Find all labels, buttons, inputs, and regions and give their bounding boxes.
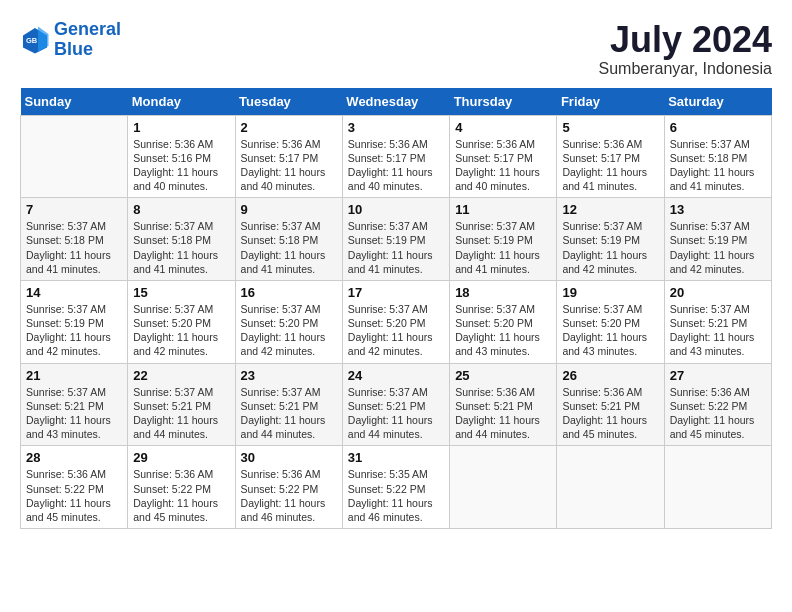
day-info: Sunrise: 5:36 AMSunset: 5:22 PMDaylight:… (26, 467, 122, 524)
day-number: 3 (348, 120, 444, 135)
day-number: 12 (562, 202, 658, 217)
calendar-cell: 6Sunrise: 5:37 AMSunset: 5:18 PMDaylight… (664, 115, 771, 198)
calendar-cell: 12Sunrise: 5:37 AMSunset: 5:19 PMDayligh… (557, 198, 664, 281)
calendar-cell: 10Sunrise: 5:37 AMSunset: 5:19 PMDayligh… (342, 198, 449, 281)
calendar-cell: 4Sunrise: 5:36 AMSunset: 5:17 PMDaylight… (450, 115, 557, 198)
calendar-cell: 19Sunrise: 5:37 AMSunset: 5:20 PMDayligh… (557, 280, 664, 363)
day-number: 5 (562, 120, 658, 135)
calendar-cell (664, 446, 771, 529)
weekday-header: Wednesday (342, 88, 449, 116)
day-info: Sunrise: 5:37 AMSunset: 5:20 PMDaylight:… (133, 302, 229, 359)
day-info: Sunrise: 5:37 AMSunset: 5:20 PMDaylight:… (241, 302, 337, 359)
day-number: 18 (455, 285, 551, 300)
day-info: Sunrise: 5:37 AMSunset: 5:19 PMDaylight:… (670, 219, 766, 276)
logo-text: General Blue (54, 20, 121, 60)
day-number: 25 (455, 368, 551, 383)
svg-text:GB: GB (26, 36, 38, 45)
day-info: Sunrise: 5:37 AMSunset: 5:21 PMDaylight:… (241, 385, 337, 442)
day-info: Sunrise: 5:36 AMSunset: 5:22 PMDaylight:… (241, 467, 337, 524)
calendar-week-row: 28Sunrise: 5:36 AMSunset: 5:22 PMDayligh… (21, 446, 772, 529)
day-info: Sunrise: 5:37 AMSunset: 5:19 PMDaylight:… (348, 219, 444, 276)
calendar-cell: 30Sunrise: 5:36 AMSunset: 5:22 PMDayligh… (235, 446, 342, 529)
calendar-cell: 17Sunrise: 5:37 AMSunset: 5:20 PMDayligh… (342, 280, 449, 363)
day-number: 23 (241, 368, 337, 383)
day-number: 2 (241, 120, 337, 135)
day-info: Sunrise: 5:36 AMSunset: 5:21 PMDaylight:… (562, 385, 658, 442)
calendar-cell: 7Sunrise: 5:37 AMSunset: 5:18 PMDaylight… (21, 198, 128, 281)
day-info: Sunrise: 5:37 AMSunset: 5:19 PMDaylight:… (26, 302, 122, 359)
weekday-header: Thursday (450, 88, 557, 116)
day-number: 29 (133, 450, 229, 465)
calendar-table: SundayMondayTuesdayWednesdayThursdayFrid… (20, 88, 772, 529)
day-number: 8 (133, 202, 229, 217)
calendar-week-row: 7Sunrise: 5:37 AMSunset: 5:18 PMDaylight… (21, 198, 772, 281)
day-info: Sunrise: 5:37 AMSunset: 5:19 PMDaylight:… (562, 219, 658, 276)
calendar-cell: 16Sunrise: 5:37 AMSunset: 5:20 PMDayligh… (235, 280, 342, 363)
day-info: Sunrise: 5:37 AMSunset: 5:18 PMDaylight:… (26, 219, 122, 276)
calendar-cell (450, 446, 557, 529)
calendar-cell: 15Sunrise: 5:37 AMSunset: 5:20 PMDayligh… (128, 280, 235, 363)
day-number: 10 (348, 202, 444, 217)
calendar-cell: 5Sunrise: 5:36 AMSunset: 5:17 PMDaylight… (557, 115, 664, 198)
calendar-cell (557, 446, 664, 529)
day-info: Sunrise: 5:36 AMSunset: 5:16 PMDaylight:… (133, 137, 229, 194)
day-number: 20 (670, 285, 766, 300)
weekday-header: Tuesday (235, 88, 342, 116)
calendar-cell: 11Sunrise: 5:37 AMSunset: 5:19 PMDayligh… (450, 198, 557, 281)
calendar-cell: 26Sunrise: 5:36 AMSunset: 5:21 PMDayligh… (557, 363, 664, 446)
day-number: 11 (455, 202, 551, 217)
day-info: Sunrise: 5:37 AMSunset: 5:18 PMDaylight:… (133, 219, 229, 276)
weekday-header: Monday (128, 88, 235, 116)
calendar-cell: 8Sunrise: 5:37 AMSunset: 5:18 PMDaylight… (128, 198, 235, 281)
calendar-cell: 3Sunrise: 5:36 AMSunset: 5:17 PMDaylight… (342, 115, 449, 198)
day-info: Sunrise: 5:36 AMSunset: 5:17 PMDaylight:… (455, 137, 551, 194)
weekday-row: SundayMondayTuesdayWednesdayThursdayFrid… (21, 88, 772, 116)
weekday-header: Saturday (664, 88, 771, 116)
day-info: Sunrise: 5:36 AMSunset: 5:22 PMDaylight:… (133, 467, 229, 524)
calendar-body: 1Sunrise: 5:36 AMSunset: 5:16 PMDaylight… (21, 115, 772, 528)
calendar-cell: 21Sunrise: 5:37 AMSunset: 5:21 PMDayligh… (21, 363, 128, 446)
day-info: Sunrise: 5:37 AMSunset: 5:20 PMDaylight:… (348, 302, 444, 359)
day-info: Sunrise: 5:36 AMSunset: 5:21 PMDaylight:… (455, 385, 551, 442)
day-number: 22 (133, 368, 229, 383)
day-number: 17 (348, 285, 444, 300)
calendar-week-row: 1Sunrise: 5:36 AMSunset: 5:16 PMDaylight… (21, 115, 772, 198)
calendar-header: SundayMondayTuesdayWednesdayThursdayFrid… (21, 88, 772, 116)
calendar-cell: 23Sunrise: 5:37 AMSunset: 5:21 PMDayligh… (235, 363, 342, 446)
day-number: 4 (455, 120, 551, 135)
day-number: 28 (26, 450, 122, 465)
day-number: 9 (241, 202, 337, 217)
location-subtitle: Sumberanyar, Indonesia (599, 60, 772, 78)
calendar-cell: 2Sunrise: 5:36 AMSunset: 5:17 PMDaylight… (235, 115, 342, 198)
day-info: Sunrise: 5:36 AMSunset: 5:22 PMDaylight:… (670, 385, 766, 442)
day-number: 19 (562, 285, 658, 300)
calendar-cell: 9Sunrise: 5:37 AMSunset: 5:18 PMDaylight… (235, 198, 342, 281)
day-number: 16 (241, 285, 337, 300)
logo: GB General Blue (20, 20, 121, 60)
calendar-cell: 29Sunrise: 5:36 AMSunset: 5:22 PMDayligh… (128, 446, 235, 529)
calendar-cell: 27Sunrise: 5:36 AMSunset: 5:22 PMDayligh… (664, 363, 771, 446)
day-info: Sunrise: 5:35 AMSunset: 5:22 PMDaylight:… (348, 467, 444, 524)
day-info: Sunrise: 5:37 AMSunset: 5:21 PMDaylight:… (133, 385, 229, 442)
calendar-cell: 18Sunrise: 5:37 AMSunset: 5:20 PMDayligh… (450, 280, 557, 363)
day-info: Sunrise: 5:37 AMSunset: 5:20 PMDaylight:… (455, 302, 551, 359)
day-info: Sunrise: 5:37 AMSunset: 5:18 PMDaylight:… (670, 137, 766, 194)
day-number: 27 (670, 368, 766, 383)
day-number: 13 (670, 202, 766, 217)
calendar-cell: 25Sunrise: 5:36 AMSunset: 5:21 PMDayligh… (450, 363, 557, 446)
day-number: 24 (348, 368, 444, 383)
day-info: Sunrise: 5:37 AMSunset: 5:20 PMDaylight:… (562, 302, 658, 359)
day-number: 7 (26, 202, 122, 217)
day-number: 15 (133, 285, 229, 300)
calendar-cell: 24Sunrise: 5:37 AMSunset: 5:21 PMDayligh… (342, 363, 449, 446)
svg-marker-1 (38, 26, 49, 52)
calendar-week-row: 21Sunrise: 5:37 AMSunset: 5:21 PMDayligh… (21, 363, 772, 446)
day-number: 1 (133, 120, 229, 135)
calendar-week-row: 14Sunrise: 5:37 AMSunset: 5:19 PMDayligh… (21, 280, 772, 363)
calendar-cell (21, 115, 128, 198)
weekday-header: Sunday (21, 88, 128, 116)
day-info: Sunrise: 5:37 AMSunset: 5:21 PMDaylight:… (26, 385, 122, 442)
day-info: Sunrise: 5:37 AMSunset: 5:19 PMDaylight:… (455, 219, 551, 276)
day-info: Sunrise: 5:37 AMSunset: 5:21 PMDaylight:… (670, 302, 766, 359)
calendar-cell: 28Sunrise: 5:36 AMSunset: 5:22 PMDayligh… (21, 446, 128, 529)
